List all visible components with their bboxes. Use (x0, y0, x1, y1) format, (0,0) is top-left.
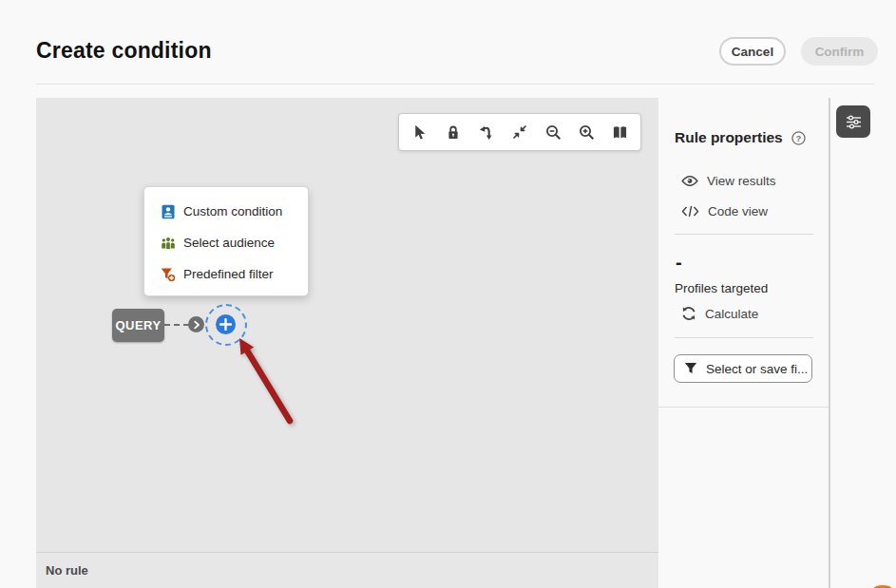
chevron-right-icon (192, 320, 201, 330)
calculate-action[interactable]: Calculate (681, 306, 758, 321)
transition-chevron-button[interactable] (188, 316, 204, 332)
plus-icon (219, 318, 232, 331)
overview-book-icon (612, 124, 628, 141)
lock-tool-button[interactable] (439, 118, 467, 146)
menu-item-custom-condition[interactable]: Custom condition (144, 196, 308, 227)
zoom-out-tool-button[interactable] (539, 118, 567, 146)
reroute-tool-button[interactable] (472, 118, 501, 146)
zoom-in-icon (579, 124, 595, 141)
collapse-icon (512, 124, 527, 140)
cancel-button[interactable]: Cancel (719, 37, 786, 66)
lock-icon (446, 124, 461, 141)
menu-item-label: Predefined filter (183, 267, 274, 281)
menu-item-select-audience[interactable]: Select audience (144, 227, 308, 258)
svg-text:?: ? (795, 133, 800, 142)
reroute-arrow-icon (478, 124, 494, 141)
user-card-icon (161, 204, 176, 219)
connector-dashed-line (164, 324, 189, 326)
confirm-button: Confirm (801, 37, 878, 66)
add-node-button[interactable] (216, 314, 236, 334)
properties-toggle-button[interactable] (836, 105, 870, 138)
rule-properties-panel: Rule properties ? View results Code view… (658, 98, 829, 588)
filter-add-icon (161, 267, 176, 282)
header-divider (36, 84, 874, 85)
calculate-label: Calculate (705, 307, 758, 321)
add-activity-menu: Custom condition Select audience Predefi… (143, 186, 309, 296)
audience-icon (161, 236, 176, 251)
zoom-in-tool-button[interactable] (572, 118, 601, 146)
pointer-tool-button[interactable] (406, 118, 434, 146)
canvas-toolbar (398, 113, 641, 151)
menu-item-label: Custom condition (183, 204, 282, 218)
rule-summary-bar: No rule (36, 552, 658, 588)
sliders-icon (845, 114, 863, 130)
help-circle-icon[interactable]: ? (791, 131, 806, 145)
menu-item-label: Select audience (183, 236, 275, 250)
refresh-icon (681, 306, 696, 321)
profiles-count: - (676, 252, 682, 274)
vertical-divider (829, 98, 830, 588)
eye-icon (681, 175, 698, 187)
funnel-icon (684, 362, 697, 375)
view-results-action[interactable]: View results (681, 174, 776, 188)
code-view-label: Code view (708, 204, 768, 218)
view-results-label: View results (707, 174, 776, 188)
code-view-action[interactable]: Code view (681, 204, 768, 218)
code-icon (681, 205, 699, 218)
panel-divider (675, 234, 813, 235)
filter-button-label: Select or save fi... (706, 362, 808, 376)
pointer-icon (411, 124, 428, 141)
zoom-out-icon (545, 124, 562, 141)
select-or-save-filter-button[interactable]: Select or save fi... (674, 354, 812, 383)
no-rule-label: No rule (46, 563, 88, 578)
query-node[interactable]: QUERY (112, 309, 164, 342)
panel-title: Rule properties (675, 129, 783, 146)
rule-canvas[interactable]: Custom condition Select audience Predefi… (36, 98, 658, 552)
profiles-targeted-label: Profiles targeted (675, 281, 768, 295)
panel-divider (658, 407, 829, 408)
menu-item-predefined-filter[interactable]: Predefined filter (144, 258, 308, 290)
overview-tool-button[interactable] (605, 118, 634, 146)
collapse-tool-button[interactable] (505, 118, 534, 146)
panel-divider (675, 337, 813, 338)
page-title: Create condition (36, 38, 212, 64)
